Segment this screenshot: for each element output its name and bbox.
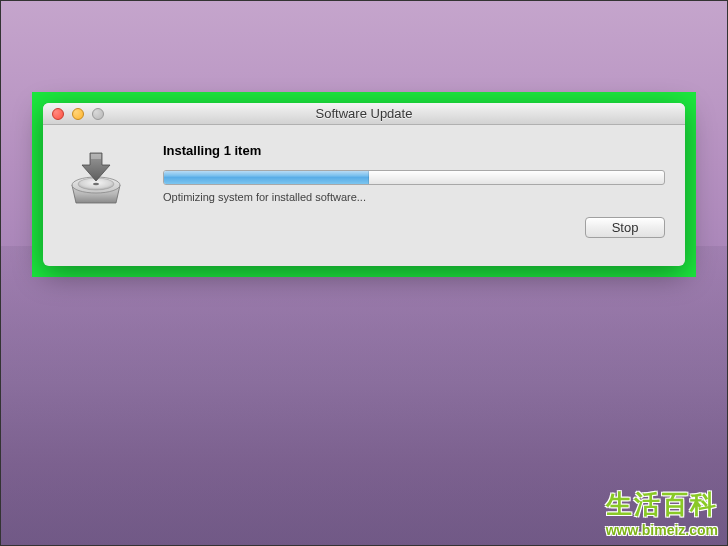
window-content: Installing 1 item Optimizing system for … [43,125,685,266]
content-main: Installing 1 item Optimizing system for … [135,143,665,252]
window-title-bar[interactable]: Software Update [43,103,685,125]
status-text: Optimizing system for installed software… [163,191,665,203]
install-heading: Installing 1 item [163,143,665,158]
watermark-main: 生活百科 [606,487,718,522]
stop-button[interactable]: Stop [585,217,665,238]
software-update-window: Software Update [43,103,685,266]
progress-fill [164,171,369,184]
progress-bar [163,170,665,185]
button-row: Stop [163,217,665,238]
watermark: 生活百科 www.bimeiz.com [606,487,718,538]
window-title: Software Update [43,106,685,121]
installer-drive-icon [64,145,128,209]
watermark-url: www.bimeiz.com [606,522,718,538]
installer-icon-container [57,143,135,252]
annotation-highlight-frame: Software Update [32,92,696,277]
svg-point-2 [93,183,99,185]
